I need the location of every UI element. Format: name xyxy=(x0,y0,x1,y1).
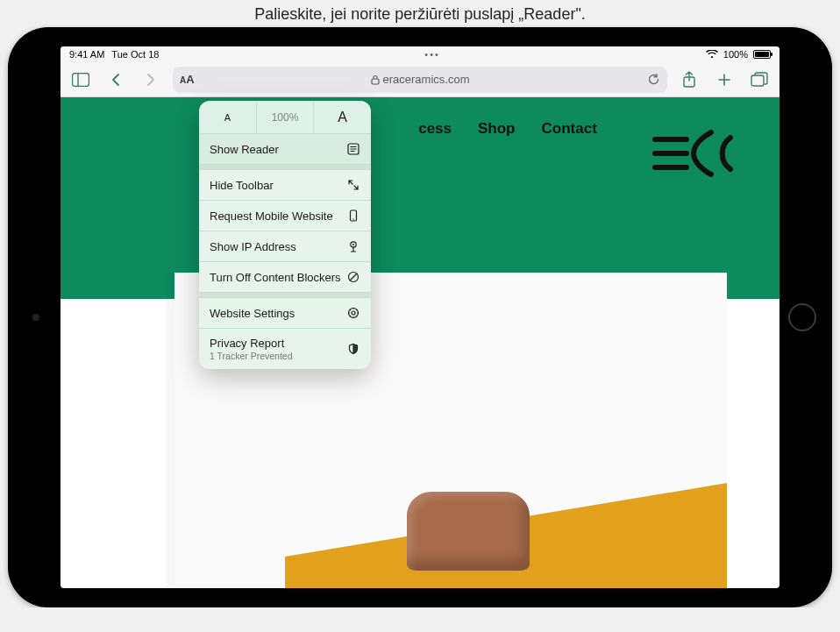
menu-show-reader[interactable]: Show Reader xyxy=(199,134,371,165)
url-display: eraceramics.com xyxy=(173,73,667,86)
site-header: cess Shop Contact xyxy=(61,97,779,299)
zoom-row: A 100% A xyxy=(199,101,371,134)
url-text: eraceramics.com xyxy=(383,73,470,86)
back-button[interactable] xyxy=(103,67,129,93)
svg-point-12 xyxy=(352,311,355,315)
svg-rect-0 xyxy=(73,73,89,86)
menu-content-blockers[interactable]: Turn Off Content Blockers xyxy=(199,262,371,293)
nosign-icon xyxy=(346,270,360,284)
gear-icon xyxy=(346,306,360,320)
sidebar-button[interactable] xyxy=(68,67,94,93)
zoom-decrease-button[interactable]: A xyxy=(199,101,257,133)
zoom-value: 100% xyxy=(257,101,315,133)
menu-hide-toolbar[interactable]: Hide Toolbar xyxy=(199,170,371,201)
svg-rect-4 xyxy=(751,75,764,86)
reader-icon xyxy=(346,142,360,156)
screen: 9:41 AM Tue Oct 18 ••• 100% xyxy=(61,46,779,588)
reload-button[interactable] xyxy=(647,73,660,86)
menu-website-settings[interactable]: Website Settings xyxy=(199,298,371,329)
shield-icon xyxy=(346,342,360,356)
device-icon xyxy=(346,209,360,223)
svg-point-9 xyxy=(352,244,354,245)
battery-percent: 100% xyxy=(723,49,748,60)
page-settings-aa-button[interactable]: AA xyxy=(180,73,206,86)
menu-request-mobile[interactable]: Request Mobile Website xyxy=(199,201,371,231)
zoom-increase-button[interactable]: A xyxy=(314,101,371,133)
share-button[interactable] xyxy=(676,67,702,93)
menu-show-ip[interactable]: Show IP Address xyxy=(199,231,371,262)
wifi-icon xyxy=(706,50,718,59)
svg-rect-2 xyxy=(372,79,379,84)
lock-icon xyxy=(371,75,380,85)
nav-shop[interactable]: Shop xyxy=(478,120,516,138)
status-handle[interactable]: ••• xyxy=(159,49,705,60)
callout-text: Palieskite, jei norite peržiūrėti puslap… xyxy=(254,5,586,23)
camera-dot xyxy=(32,314,39,321)
pin-icon xyxy=(346,239,360,253)
status-time: 9:41 AM xyxy=(69,49,104,60)
nav-contact[interactable]: Contact xyxy=(542,120,597,138)
status-date: Tue Oct 18 xyxy=(111,49,159,60)
svg-point-7 xyxy=(352,218,353,219)
browser-toolbar: AA eraceramics.com xyxy=(61,62,779,97)
aa-large: A xyxy=(186,73,194,86)
hero-clay-image xyxy=(407,492,530,571)
new-tab-button[interactable] xyxy=(711,67,737,93)
ipad-frame: 9:41 AM Tue Oct 18 ••• 100% xyxy=(8,27,832,607)
forward-button[interactable] xyxy=(138,67,164,93)
page-settings-popover: A 100% A Show Reader Hide Toolbar Reques… xyxy=(199,101,371,369)
home-button[interactable] xyxy=(788,303,816,331)
menu-privacy-report[interactable]: Privacy Report 1 Tracker Prevented xyxy=(199,329,371,369)
tabs-button[interactable] xyxy=(746,67,772,93)
status-bar: 9:41 AM Tue Oct 18 ••• 100% xyxy=(61,46,779,62)
web-page: cess Shop Contact xyxy=(61,97,779,588)
site-logo[interactable] xyxy=(648,129,736,178)
callout: Palieskite, jei norite peržiūrėti puslap… xyxy=(0,5,840,24)
privacy-subtext: 1 Tracker Prevented xyxy=(210,351,293,361)
url-bar[interactable]: AA eraceramics.com xyxy=(173,67,667,93)
battery-icon xyxy=(753,50,771,59)
expand-icon xyxy=(346,178,360,192)
